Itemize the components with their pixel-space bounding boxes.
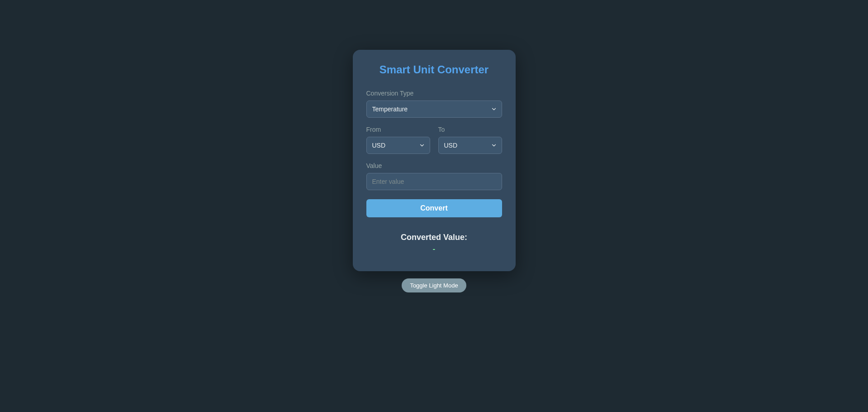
conversion-type-select[interactable]: Temperature [366, 101, 502, 118]
convert-button[interactable]: Convert [366, 199, 502, 217]
from-group: From USD [366, 126, 430, 154]
from-label: From [366, 126, 430, 133]
from-to-row: From USD To USD [366, 126, 502, 162]
to-group: To USD [438, 126, 502, 154]
result-value: - [366, 245, 502, 253]
to-select[interactable]: USD [438, 137, 502, 154]
value-group: Value [366, 162, 502, 190]
to-label: To [438, 126, 502, 133]
value-input[interactable] [366, 173, 502, 190]
conversion-type-label: Conversion Type [366, 90, 502, 97]
toggle-mode-button[interactable]: Toggle Light Mode [402, 278, 466, 292]
result-label: Converted Value: [366, 233, 502, 242]
converter-card: Smart Unit Converter Conversion Type Tem… [353, 50, 516, 271]
value-label: Value [366, 162, 502, 169]
conversion-type-group: Conversion Type Temperature [366, 90, 502, 118]
app-title: Smart Unit Converter [366, 63, 502, 76]
from-select[interactable]: USD [366, 137, 430, 154]
